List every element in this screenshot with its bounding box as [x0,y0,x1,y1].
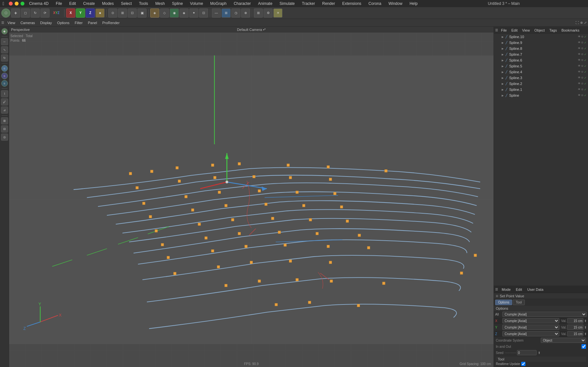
menu-mesh[interactable]: Mesh [153,1,167,6]
grid-btn[interactable]: ⊞ [222,8,231,18]
check-icon[interactable]: ✓ [584,35,587,38]
points-view-btn[interactable]: ✦ [189,8,198,18]
add-btn[interactable]: + [11,8,20,18]
rotate-mode-btn[interactable]: ↻ [1,54,8,62]
y-select[interactable]: Crumple [Axial] [502,325,559,330]
render-badge[interactable]: ⊙ [581,64,583,68]
vis-badge[interactable]: 👁 [578,88,581,91]
vis-badge[interactable]: 👁 [578,59,581,62]
S1-btn[interactable]: S [1,65,8,72]
move-mode-btn[interactable]: ↔ [1,38,8,45]
all-select[interactable]: Crumple [Axial] [502,312,587,317]
tab-tool[interactable]: Tool [513,300,524,305]
vis-badge[interactable]: 👁 [578,47,581,50]
hamburger-icon[interactable]: ☰ [1,21,4,24]
render-badge[interactable]: ⊙ [581,70,583,74]
toggle-x-btn[interactable]: X [66,8,75,18]
list-item[interactable]: ▶ ╱ Spline.9 👁 ⊙ ✓ [494,40,588,46]
x-val-input[interactable] [567,318,583,323]
check-icon[interactable]: ✓ [584,94,587,97]
check-icon[interactable]: ✓ [584,59,587,62]
list-item[interactable]: ▶ ╱ Spline.7 👁 ⊙ ✓ [494,51,588,57]
cube-solid-btn[interactable]: ■ [95,8,105,18]
om-view[interactable]: View [521,28,532,32]
check-icon[interactable]: ✓ [584,41,587,44]
snap-btn[interactable]: — [212,8,221,18]
refresh-btn[interactable]: ⟳ [40,8,50,18]
lock-icon[interactable]: ⛶ [576,21,579,24]
render-badge[interactable]: ⊙ [581,41,583,44]
render-badge[interactable]: ⊙ [581,35,583,38]
om-hamburger-icon[interactable]: ☰ [495,28,498,32]
render-badge[interactable]: ⊙ [581,53,583,56]
settings-btn[interactable]: ⚙ [264,8,273,18]
viewport-canvas[interactable]: X Y Z [9,33,494,367]
z-val-stepper[interactable]: ⬆ [584,332,587,336]
render-to-pic-btn[interactable]: ▣ [137,8,147,18]
in-out-checkbox[interactable] [581,344,586,349]
attr-userdata[interactable]: User Data [526,288,545,291]
render-badge[interactable]: ⊙ [581,59,583,62]
z-select[interactable]: Crumple [Axial] [502,331,559,336]
menu-volume[interactable]: Volume [187,1,206,6]
vis-badge[interactable]: 👁 [578,64,581,68]
texture-view-btn[interactable]: ◈ [179,8,189,18]
om-file[interactable]: File [499,28,509,32]
list-item[interactable]: ▶ ╱ Spline.2 👁 ⊙ ✓ [494,81,588,87]
sculpt-btn[interactable]: ⊿ [1,106,8,114]
mesh-tool-btn[interactable]: ⊟ [1,125,8,133]
list-item[interactable]: ▶ ╱ Spline.8 👁 ⊙ ✓ [494,46,588,51]
menu-window[interactable]: Window [386,1,405,6]
move-tool-btn[interactable]: ⬡ [1,8,10,18]
display-menu-item[interactable]: Display [38,20,54,25]
attr-mode[interactable]: Mode [500,288,512,291]
om-edit[interactable]: Edit [510,28,519,32]
toggle-y-btn[interactable]: Y [76,8,85,18]
check-icon[interactable]: ✓ [584,64,587,68]
spline-tool-btn[interactable]: ⌇ [1,90,8,97]
render-btn[interactable]: ⊙ [108,8,117,18]
menu-animate[interactable]: Animate [255,1,275,6]
om-object[interactable]: Object [533,28,546,32]
options-menu-item[interactable]: Options [55,20,71,25]
menu-tools[interactable]: Tools [136,1,151,6]
expand-icon[interactable]: ⤢ [584,21,587,24]
persp-view-btn[interactable]: ◈ [150,8,159,18]
render-badge[interactable]: ⊙ [581,47,583,50]
check-icon[interactable]: ✓ [584,76,587,79]
tab-options[interactable]: Options [495,300,512,305]
menu-corona[interactable]: Corona [366,1,384,6]
wire-view-btn[interactable]: ◇ [160,8,169,18]
menu-modes[interactable]: Modes [99,1,116,6]
coord-system-select[interactable]: Object [541,338,586,343]
render-anim-btn[interactable]: ⊡ [128,8,137,18]
rotate-btn[interactable]: ↻ [31,8,40,18]
object-mode-btn[interactable]: ◆ [1,28,8,35]
menu-extensions[interactable]: Extensions [339,1,364,6]
x-val-stepper[interactable]: ⬆ [584,319,587,323]
render-badge[interactable]: ⊙ [581,76,583,79]
menu-help[interactable]: Help [407,1,420,6]
render-badge[interactable]: ⊙ [581,94,583,97]
check-icon[interactable]: ✓ [584,82,587,85]
grid-tool-btn[interactable]: ⊞ [1,117,8,124]
list-item[interactable]: ▶ ╱ Spline.10 👁 ⊙ ✓ [494,34,588,40]
menu-mograph[interactable]: MoGraph [208,1,229,6]
attr-hamburger-icon[interactable]: ☰ [495,288,498,291]
camera-icon[interactable]: ⊕ [580,21,583,24]
select-tool-btn[interactable]: ⊕ [241,8,250,18]
list-item[interactable]: ▶ ╱ Spline.5 👁 ⊙ ✓ [494,63,588,69]
list-item[interactable]: ▶ ╱ Spline.4 👁 ⊙ ✓ [494,69,588,75]
render-region-btn[interactable]: ⊞ [118,8,127,18]
menu-cinema4d[interactable]: Cinema 4D [26,1,51,6]
light-btn[interactable]: ☀ [273,8,282,18]
list-item[interactable]: ▶ ╱ Spline 👁 ⊙ ✓ [494,92,588,98]
viewport[interactable]: Perspective Default Camera •* Selected T… [9,27,494,367]
seed-stepper[interactable]: ⬆ [538,351,540,355]
S2-btn[interactable]: S [1,73,8,79]
menu-character[interactable]: Character [231,1,253,6]
menu-simulate[interactable]: Simulate [277,1,297,6]
realtime-checkbox[interactable] [521,362,525,366]
list-item[interactable]: ▶ ╱ Spline.1 👁 ⊙ ✓ [494,87,588,92]
menu-spline[interactable]: Spline [169,1,185,6]
